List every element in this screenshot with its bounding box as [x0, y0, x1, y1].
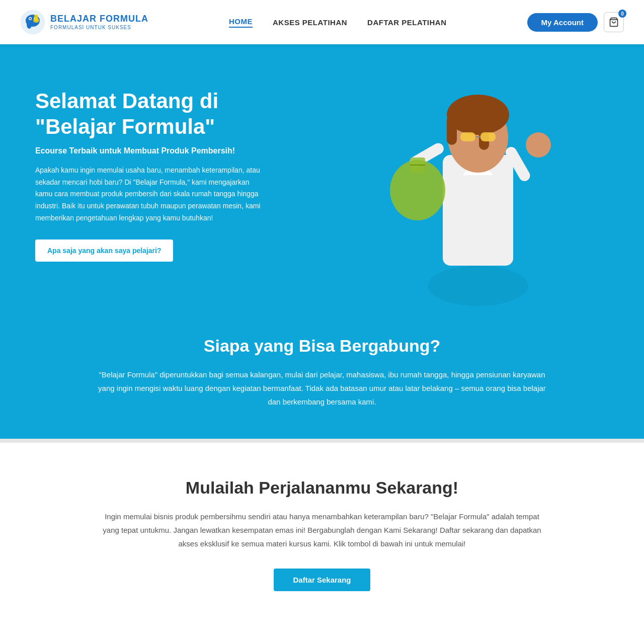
cart-badge: 0	[618, 10, 626, 18]
nav-home[interactable]: HOME	[229, 17, 253, 28]
navbar: BELAJAR FORMULA FORMULASI UNTUK SUKSES H…	[0, 0, 644, 44]
who-title: Siapa yang Bisa Bergabung?	[50, 336, 594, 356]
my-account-button[interactable]: My Account	[527, 13, 598, 32]
cart-button[interactable]: 0	[604, 12, 624, 32]
svg-point-5	[30, 18, 31, 20]
nav-links: HOME AKSES PELATIHAN DAFTAR PELATIHAN	[229, 17, 447, 28]
svg-point-11	[428, 266, 528, 306]
who-section: Siapa yang Bisa Bergabung? "Belajar Form…	[0, 306, 644, 439]
hero-content: Selamat Datang di"Belajar Formula" Ecour…	[35, 89, 267, 262]
start-title: Mulailah Perjalananmu Sekarang!	[50, 478, 594, 498]
logo-icon	[20, 10, 45, 35]
svg-rect-18	[460, 132, 475, 141]
learn-section: Apa yang Akan Kamu Pelajari di "Belajar …	[0, 626, 644, 644]
svg-rect-16	[447, 115, 457, 145]
logo-main-text: BELAJAR FORMULA	[50, 14, 148, 25]
daftar-sekarang-button[interactable]: Daftar Sekarang	[274, 569, 370, 591]
nav-daftar-pelatihan[interactable]: DAFTAR PELATIHAN	[367, 18, 446, 27]
svg-point-26	[526, 132, 551, 157]
nav-right: My Account 0	[527, 12, 624, 32]
logo-sub-text: FORMULASI UNTUK SUKSES	[50, 25, 148, 31]
hero-title: Selamat Datang di"Belajar Formula"	[35, 89, 267, 139]
logo[interactable]: BELAJAR FORMULA FORMULASI UNTUK SUKSES	[20, 10, 148, 35]
who-description: "Belajar Formula" diperuntukkan bagi sem…	[96, 368, 548, 409]
hero-image	[292, 44, 644, 306]
svg-point-8	[33, 19, 39, 23]
start-description: Ingin memulai bisnis produk pembersihmu …	[96, 510, 548, 550]
logo-text: BELAJAR FORMULA FORMULASI UNTUK SUKSES	[50, 14, 148, 31]
svg-point-2	[27, 21, 32, 29]
hero-subtitle: Ecourse Terbaik untuk Membuat Produk Pem…	[35, 146, 267, 155]
cart-icon	[609, 17, 619, 27]
nav-akses-pelatihan[interactable]: AKSES PELATIHAN	[273, 18, 347, 27]
svg-rect-19	[480, 132, 496, 141]
hero-illustration	[327, 44, 609, 306]
hero-section: Selamat Datang di"Belajar Formula" Ecour…	[0, 44, 644, 306]
hero-description: Apakah kamu ingin memulai usaha baru, me…	[35, 165, 267, 224]
hero-cta-button[interactable]: Apa saja yang akan saya pelajari?	[35, 239, 173, 262]
section-divider	[0, 439, 644, 443]
start-section: Mulailah Perjalananmu Sekarang! Ingin me…	[0, 443, 644, 626]
